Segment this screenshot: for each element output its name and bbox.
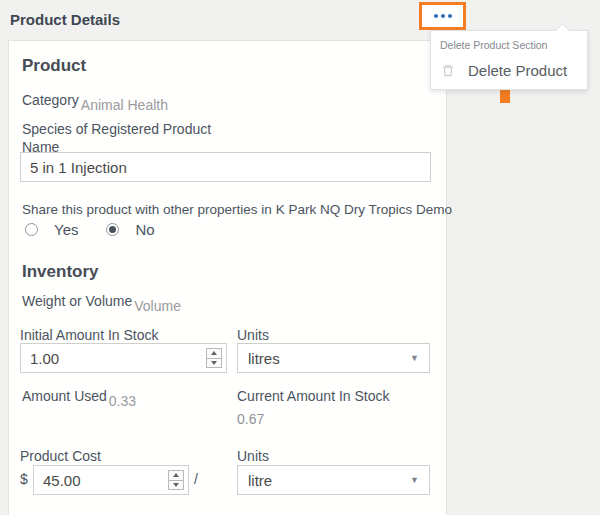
current-amount-value: 0.67	[237, 411, 264, 427]
number-stepper[interactable]	[168, 470, 184, 490]
product-cost-label: Product Cost	[20, 448, 101, 464]
stepper-up-icon[interactable]	[169, 471, 183, 480]
units-select[interactable]: litres ▼	[237, 343, 430, 373]
cost-units-select-value: litre	[248, 472, 272, 489]
ellipsis-icon	[448, 14, 452, 18]
current-amount-label: Current Amount In Stock	[237, 388, 390, 404]
stepper-down-icon[interactable]	[169, 480, 183, 490]
radio-label: Yes	[54, 221, 78, 238]
chevron-down-icon: ▼	[410, 353, 419, 363]
product-cost-input[interactable]	[33, 465, 189, 495]
product-details-card: Product CategoryAnimal Health Species of…	[8, 40, 447, 515]
page-title: Product Details	[10, 11, 120, 28]
share-product-label: Share this product with other properties…	[22, 202, 452, 217]
radio-icon	[25, 223, 38, 236]
weight-or-volume-label: Weight or Volume	[22, 293, 132, 309]
stepper-down-icon[interactable]	[207, 358, 221, 368]
initial-amount-label: Initial Amount In Stock	[20, 327, 159, 343]
annotation-highlight-box	[419, 2, 466, 30]
trash-icon	[441, 63, 455, 78]
units-label: Units	[237, 327, 269, 343]
units-select-value: litres	[248, 350, 280, 367]
ellipsis-icon	[441, 14, 445, 18]
section-menu-button[interactable]	[422, 5, 463, 27]
chevron-down-icon: ▼	[410, 475, 419, 485]
weight-or-volume-value: Volume	[134, 298, 181, 314]
menu-item-label: Delete Product	[468, 62, 567, 79]
cost-units-select[interactable]: litre ▼	[237, 465, 430, 495]
section-menu-dropdown: Delete Product Section Delete Product	[430, 30, 588, 90]
ellipsis-icon	[434, 14, 438, 18]
species-label: Species of Registered Product	[22, 121, 211, 137]
category-value: Animal Health	[81, 97, 168, 113]
amount-used-label: Amount Used	[22, 388, 107, 404]
cost-units-label: Units	[237, 448, 269, 464]
stepper-up-icon[interactable]	[207, 349, 221, 358]
product-section-heading: Product	[22, 56, 86, 76]
number-stepper[interactable]	[206, 348, 222, 368]
product-name-input[interactable]	[20, 152, 431, 182]
dropdown-section-label: Delete Product Section	[431, 37, 587, 58]
amount-used-value: 0.33	[109, 393, 136, 409]
share-radio-no[interactable]: No	[106, 221, 154, 238]
category-label: Category	[22, 92, 79, 108]
share-radio-yes[interactable]: Yes	[25, 221, 78, 238]
per-separator: /	[194, 471, 198, 487]
menu-item-delete-product[interactable]: Delete Product	[431, 58, 587, 81]
radio-icon	[106, 223, 119, 236]
inventory-section-heading: Inventory	[22, 262, 99, 282]
dropdown-caret	[555, 23, 571, 39]
initial-amount-input[interactable]	[20, 343, 227, 373]
radio-label: No	[135, 221, 154, 238]
currency-prefix: $	[20, 471, 28, 487]
